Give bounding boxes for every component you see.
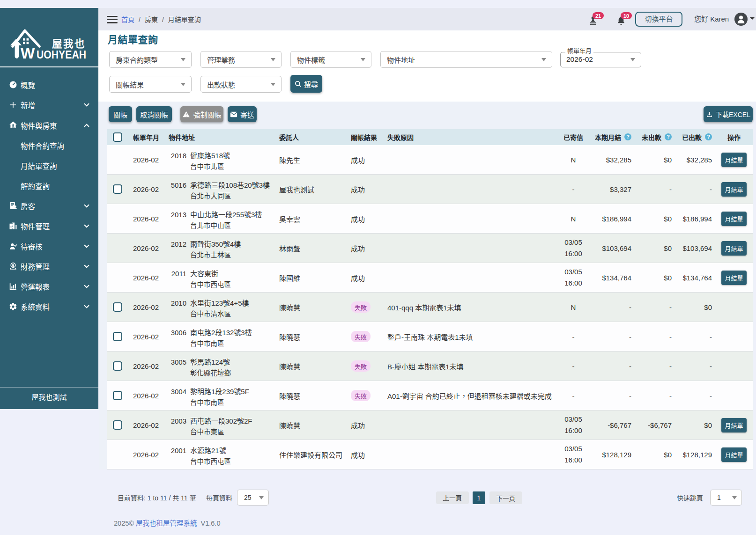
svg-text:屋我也: 屋我也 — [52, 36, 86, 50]
svg-text:W: W — [21, 45, 35, 62]
svg-text:UOHYEAH: UOHYEAH — [37, 48, 86, 61]
